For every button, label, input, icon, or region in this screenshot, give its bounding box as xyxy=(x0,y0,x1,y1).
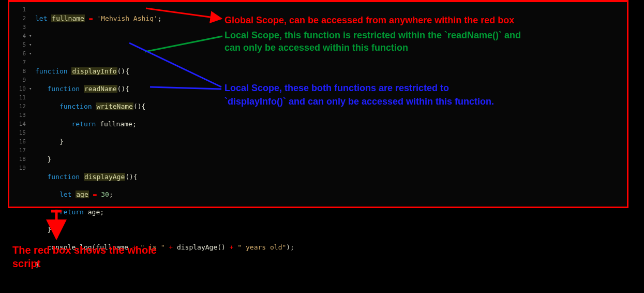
line-number: 9 xyxy=(9,76,28,84)
line-number: 19 xyxy=(9,164,28,172)
line-number: 18 xyxy=(9,155,28,164)
fold-triangle-icon: ▾ xyxy=(29,32,34,40)
fold-triangle-icon: ▾ xyxy=(29,84,34,93)
fold-triangle-icon: ▾ xyxy=(29,49,34,58)
fold-gutter: ... ▾ ▾ ▾ ... ▾ ... ... ... xyxy=(29,5,34,172)
diagram-stage: 1 2 3 4 5 6 7 8 9 10 11 12 13 14 15 16 1… xyxy=(0,0,644,293)
line-number: 5 xyxy=(9,40,28,49)
line-number: 16 xyxy=(9,137,28,146)
line-number: 3 xyxy=(9,23,28,32)
line-number: 13 xyxy=(9,111,28,120)
line-number: 11 xyxy=(9,93,28,102)
code-line: } xyxy=(35,225,294,234)
line-number: 12 xyxy=(9,102,28,111)
line-number: 2 xyxy=(9,14,28,23)
code-line: function displayAge(){ xyxy=(35,172,294,181)
line-number: 17 xyxy=(9,146,28,155)
line-number: 15 xyxy=(9,128,28,137)
annotation-local-scope-readname-2: can only be accessed within this functio… xyxy=(224,41,623,54)
line-number: 8 xyxy=(9,67,28,76)
line-number: 10 xyxy=(9,84,28,93)
code-line: return age; xyxy=(35,208,294,216)
code-line xyxy=(35,278,294,287)
caption-redbox: The red box shows the whole script xyxy=(12,243,178,270)
code-line: } xyxy=(35,155,294,164)
code-line: } xyxy=(35,137,294,146)
annotation-local-scope-readname-1: Local Scope, this function is restricted… xyxy=(224,29,623,41)
line-number-gutter: 1 2 3 4 5 6 7 8 9 10 11 12 13 14 15 16 1… xyxy=(9,5,28,172)
code-line: return fullname; xyxy=(35,120,294,128)
code-line: function displayInfo(){ xyxy=(35,67,294,76)
annotation-local-scope-displayinfo-1: Local Scope, these both functions are re… xyxy=(224,82,623,94)
line-number: 6 xyxy=(9,49,28,58)
fold-triangle-icon: ▾ xyxy=(29,40,34,49)
line-number: 14 xyxy=(9,120,28,128)
code-line: let age = 30; xyxy=(35,190,294,199)
line-number: 4 xyxy=(9,32,28,40)
annotation-global-scope: Global Scope, can be accessed from anywh… xyxy=(224,14,623,26)
line-number: 1 xyxy=(9,5,28,14)
annotation-local-scope-displayinfo-2: `displayInfo()` and can only be accessed… xyxy=(224,95,623,108)
line-number: 7 xyxy=(9,58,28,67)
